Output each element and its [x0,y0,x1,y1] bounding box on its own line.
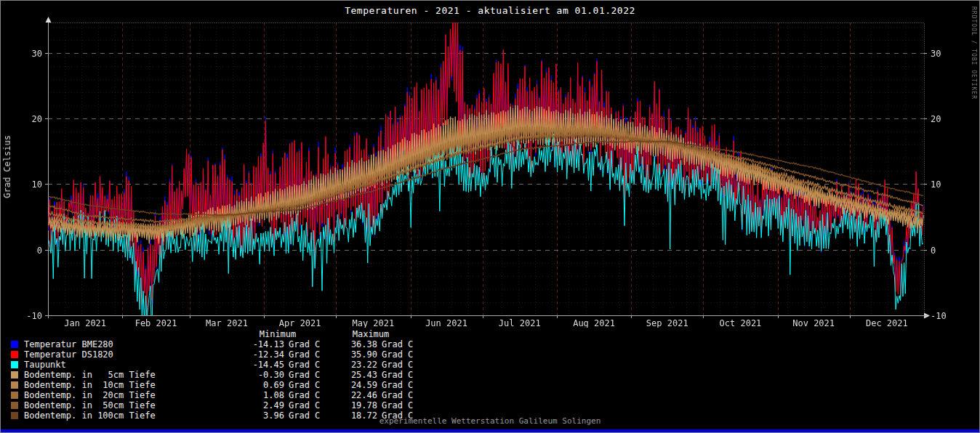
series-label: Bodentemp. in 50cm Tiefe [24,400,229,410]
series-min-value: 0.69 [233,380,284,390]
legend-row-soil-10cm: Bodentemp. in 10cm Tiefe 0.69 Grad C 24.… [11,380,415,390]
bottom-accent-bar [1,429,979,432]
series-swatch-taupunkt [11,361,18,368]
series-min-value: -0.30 [233,370,284,380]
series-label: Temperatur DS1820 [24,349,229,360]
series-min-value: 2.49 [233,400,284,410]
legend-row-soil-20cm: Bodentemp. in 20cm Tiefe 1.08 Grad C 22.… [11,390,415,400]
chart-plot-canvas [1,1,980,328]
series-min-value: -14.13 [233,339,284,349]
series-max-value: 23.22 [326,360,377,370]
series-swatch-soil-5cm [11,371,18,379]
series-swatch-soil-10cm [11,381,18,389]
series-max-unit: Grad C [382,349,415,360]
series-max-unit: Grad C [382,400,415,410]
series-label: Bodentemp. in 20cm Tiefe [24,390,229,400]
series-max-value: 24.59 [326,380,377,390]
series-min-unit: Grad C [289,400,322,410]
series-label: Temperatur BME280 [24,339,229,349]
series-max-value: 22.46 [326,390,377,400]
legend-min-header: Minimum [233,329,322,339]
series-min-value: -14.45 [233,360,284,370]
series-max-unit: Grad C [382,370,415,380]
footer-caption: experimentelle Wetterstation Galileum So… [1,416,979,426]
series-min-unit: Grad C [289,360,322,370]
legend-row-soil-50cm: Bodentemp. in 50cm Tiefe 2.49 Grad C 19.… [11,400,415,410]
legend-row-ds1820: Temperatur DS1820 -12.34 Grad C 35.90 Gr… [11,349,415,360]
legend-row-bme280: Temperatur BME280 -14.13 Grad C 36.38 Gr… [11,339,415,349]
series-max-value: 36.38 [326,339,377,349]
series-max-unit: Grad C [382,380,415,390]
rrdtool-watermark: RRDTOOL / TOBI OETIKER [971,7,977,100]
series-min-unit: Grad C [289,380,322,390]
series-swatch-soil-50cm [11,402,18,409]
series-max-unit: Grad C [382,360,415,370]
series-min-unit: Grad C [289,349,322,360]
series-swatch-bme280 [11,341,18,348]
legend-max-header: Maximum [326,329,415,339]
series-swatch-ds1820 [11,351,18,358]
series-max-value: 35.90 [326,349,377,360]
series-min-unit: Grad C [289,390,322,400]
legend-row-soil-5cm: Bodentemp. in 5cm Tiefe -0.30 Grad C 25.… [11,370,415,380]
series-swatch-soil-20cm [11,392,18,399]
series-max-unit: Grad C [382,390,415,400]
series-min-value: 1.08 [233,390,284,400]
y-axis-label: Grad Celsius [2,135,12,198]
series-label: Bodentemp. in 5cm Tiefe [24,370,229,380]
series-min-unit: Grad C [289,339,322,349]
series-min-value: -12.34 [233,349,284,360]
series-label: Taupunkt [24,360,229,370]
legend-header-row: Minimum Maximum [11,329,415,339]
series-label: Bodentemp. in 10cm Tiefe [24,380,229,390]
series-max-value: 19.78 [326,400,377,410]
series-max-value: 25.43 [326,370,377,380]
series-max-unit: Grad C [382,339,415,349]
legend-row-taupunkt: Taupunkt -14.45 Grad C 23.22 Grad C [11,360,415,370]
series-min-unit: Grad C [289,370,322,380]
chart-legend: Minimum Maximum Temperatur BME280 -14.13… [11,329,415,421]
rrdtool-graph-image: Temperaturen - 2021 - aktualisiert am 01… [0,0,980,433]
